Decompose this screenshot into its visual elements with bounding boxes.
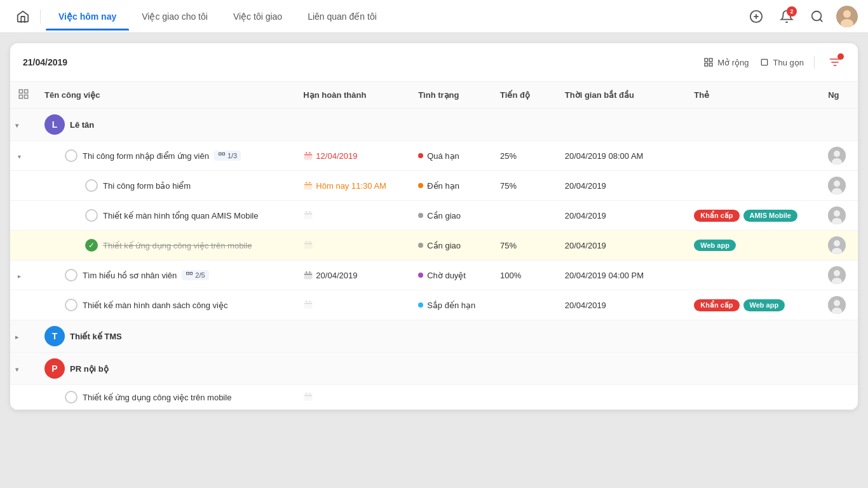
status-dot — [418, 183, 423, 188]
group-name: Lê tân — [70, 120, 94, 130]
col-assignee: Ng — [820, 82, 858, 109]
nav-tabs: Việc hôm nay Việc giao cho tôi Việc tôi … — [46, 3, 745, 30]
tag-badge: Web app — [743, 299, 785, 311]
svg-rect-11 — [705, 63, 708, 66]
task-expand-cell[interactable] — [10, 290, 37, 320]
svg-rect-40 — [304, 241, 312, 248]
assignee-avatar — [828, 207, 846, 224]
status-label: Sắp đến hạn — [427, 301, 475, 310]
col-deadline: Hạn hoàn thành — [295, 82, 410, 109]
group-expand-cell[interactable]: ▸ — [10, 320, 37, 353]
status-cell: Cần giao — [410, 231, 492, 261]
svg-point-45 — [834, 240, 840, 247]
task-expand-icon[interactable]: ▸ — [18, 273, 21, 280]
svg-point-3 — [812, 11, 822, 20]
svg-point-54 — [834, 270, 840, 276]
start-time-cell: 20/04/2019 04:00 PM — [557, 261, 686, 290]
task-status-icon — [65, 149, 78, 162]
group-expand-icon[interactable]: ▸ — [15, 334, 18, 341]
task-expand-icon[interactable]: ▾ — [18, 153, 21, 160]
svg-point-61 — [834, 300, 840, 306]
calendar-icon — [303, 151, 313, 161]
add-button[interactable] — [745, 5, 768, 28]
task-table-wrap: Tên công việc Hạn hoàn thành Tình trạng … — [10, 82, 858, 410]
task-expand-cell[interactable]: ▸ — [10, 261, 37, 290]
progress-cell: 25% — [492, 141, 557, 171]
progress-cell — [492, 385, 557, 410]
start-time-value: 20/04/2019 — [565, 211, 606, 220]
svg-rect-16 — [25, 95, 28, 98]
calendar-icon — [303, 210, 313, 220]
task-name-text: Tìm hiểu hồ sơ nhân viên — [83, 271, 177, 280]
progress-value: 75% — [500, 181, 517, 191]
col-icon — [10, 82, 37, 109]
task-name-text: Thiết kế màn hình tổng quan AMIS Mobile — [103, 211, 258, 220]
group-row: ▸ T Thiết kế TMS — [10, 320, 858, 353]
status-cell: Quá hạn — [410, 141, 492, 171]
col-tags: Thẻ — [686, 82, 820, 109]
task-row: Thiết kế màn hình danh sách công việc Sắ… — [10, 290, 858, 320]
task-name-text: Thi công form bảo hiểm — [103, 181, 191, 191]
collapse-label: Thu gọn — [773, 58, 804, 67]
group-expand-icon[interactable]: ▾ — [15, 366, 18, 373]
start-time-cell: 20/04/2019 — [557, 231, 686, 261]
assignee-avatar — [828, 266, 846, 284]
progress-value: 75% — [500, 241, 517, 250]
deadline-cell — [295, 290, 410, 320]
search-button[interactable] — [806, 5, 829, 28]
task-name-cell: Tìm hiểu hồ sơ nhân viên 2/5 — [37, 261, 295, 290]
status-dot — [418, 213, 423, 218]
task-status-icon: ✓ — [85, 239, 98, 252]
task-expand-cell[interactable] — [10, 171, 37, 201]
deadline-text: Hôm nay 11:30 AM — [303, 180, 403, 191]
tab-viec-giao-cho-toi[interactable]: Việc giao cho tôi — [129, 3, 220, 30]
card-date: 21/04/2019 — [23, 57, 67, 67]
task-table: Tên công việc Hạn hoàn thành Tình trạng … — [10, 82, 858, 410]
assignee-cell — [820, 141, 858, 171]
group-expand-icon[interactable]: ▾ — [15, 122, 18, 129]
tags-cell: Khẩn cấpAMIS Mobile — [686, 201, 820, 231]
user-avatar[interactable] — [836, 6, 858, 27]
tab-lien-quan-den-toi[interactable]: Liên quan đến tôi — [295, 3, 390, 30]
task-row: ▸ Tìm hiểu hồ sơ nhân viên 2/5 — [10, 261, 858, 290]
deadline-cell — [295, 201, 410, 231]
notification-button[interactable]: 2 — [775, 5, 798, 28]
task-row: ▾ Thi công form nhập điểm ứng viên 1/3 — [10, 141, 858, 171]
tab-viec-hom-nay[interactable]: Việc hôm nay — [46, 3, 129, 30]
main-area: 21/04/2019 Mở rộng Thu gọn — [0, 33, 868, 488]
svg-rect-8 — [705, 58, 708, 62]
progress-cell — [492, 290, 557, 320]
group-expand-cell[interactable]: ▾ — [10, 109, 37, 141]
group-expand-cell[interactable]: ▾ — [10, 353, 37, 385]
start-time-value: 20/04/2019 — [565, 301, 606, 310]
svg-rect-15 — [19, 95, 22, 98]
task-expand-cell[interactable] — [10, 201, 37, 231]
topnav: Việc hôm nay Việc giao cho tôi Việc tôi … — [0, 0, 868, 33]
task-expand-cell[interactable] — [10, 385, 37, 410]
start-time-cell: 20/04/2019 — [557, 201, 686, 231]
calendar-icon — [303, 180, 313, 191]
task-row: ✓ Thiết kế ứng dụng công việc trên mobil… — [10, 231, 858, 261]
topnav-icons: 2 — [745, 5, 858, 28]
task-row: Thiết kế màn hình tổng quan AMIS Mobile … — [10, 201, 858, 231]
svg-rect-26 — [304, 182, 312, 189]
svg-rect-19 — [304, 152, 312, 159]
home-button[interactable] — [10, 10, 41, 24]
card-header: 21/04/2019 Mở rộng Thu gọn — [10, 43, 858, 82]
status-label: Cần giao — [427, 211, 461, 220]
tags-cell — [686, 141, 820, 171]
deadline-cell: Hôm nay 11:30 AM — [295, 171, 410, 201]
collapse-button[interactable]: Thu gọn — [759, 57, 804, 67]
group-avatar: P — [44, 358, 65, 379]
task-expand-cell[interactable] — [10, 231, 37, 261]
task-expand-cell[interactable]: ▾ — [10, 141, 37, 171]
group-row: ▾ P PR nội bộ — [10, 353, 858, 385]
subtask-badge: 2/5 — [182, 270, 208, 280]
task-name-cell: Thiết kế ứng dụng công việc trên mobile — [37, 385, 295, 410]
expand-button[interactable]: Mở rộng — [703, 57, 749, 67]
progress-cell: 75% — [492, 171, 557, 201]
group-name-cell: T Thiết kế TMS — [37, 320, 858, 353]
assignee-cell — [820, 385, 858, 410]
filter-button[interactable] — [825, 52, 845, 72]
tab-viec-toi-giao[interactable]: Việc tôi giao — [220, 3, 295, 30]
